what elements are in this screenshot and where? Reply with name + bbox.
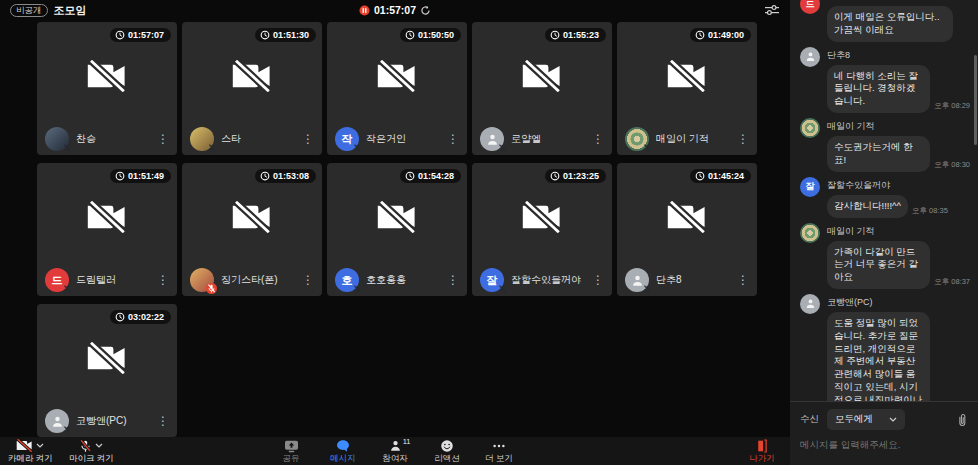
participant-tile[interactable]: 01:51:30 스타 ⋮ xyxy=(182,22,322,155)
camera-options-chevron-icon[interactable] xyxy=(36,443,44,448)
tile-timer-badge: 01:49:00 xyxy=(690,28,751,42)
person-silhouette-icon xyxy=(51,415,64,428)
mic-toggle-button[interactable]: 마이크 켜기 xyxy=(69,439,114,463)
participant-tile[interactable]: 01:53:08 징기스타(폰) ⋮ xyxy=(182,163,322,296)
chat-message-list: 드 이게 매일은 오류입니다.. 가끔씩 이래요 단추8 네 다행히 소리는 잘… xyxy=(790,0,978,401)
mic-muted-icon xyxy=(63,144,72,153)
camera-off-icon xyxy=(86,60,128,96)
reaction-button[interactable]: 리액션 xyxy=(433,439,461,463)
participant-name: 작은거인 xyxy=(366,132,406,146)
chat-timestamp: 오후 08:35 xyxy=(912,206,948,218)
chat-message: 코빵앤(PC) 도움 정말 많이 되었습니다. 추가로 질문드리면, 개인적으로… xyxy=(800,294,970,401)
avatar: 작 xyxy=(335,127,359,151)
chat-author: 매일이 기적 xyxy=(827,225,970,238)
leave-label: 나가기 xyxy=(749,453,775,463)
participant-tile[interactable]: 01:51:49 드 드림텔러 ⋮ xyxy=(37,163,177,296)
tile-timer-value: 01:23:25 xyxy=(563,171,599,181)
mic-muted-icon xyxy=(63,285,72,294)
participant-name: 매일이 기적 xyxy=(656,132,709,146)
participant-tile[interactable]: 03:02:22 코빵앤(PC) ⋮ xyxy=(37,304,177,437)
camera-toggle-button[interactable]: 카메라 켜기 xyxy=(8,439,53,463)
participant-tile[interactable]: 01:50:50 작 작은거인 ⋮ xyxy=(327,22,467,155)
tile-timer-badge: 01:54:28 xyxy=(400,169,461,183)
mic-muted-icon xyxy=(643,285,652,294)
recipient-value: 모두에게 xyxy=(835,413,873,426)
tile-menu-icon[interactable]: ⋮ xyxy=(737,274,749,286)
clock-icon xyxy=(405,171,415,181)
clock-icon xyxy=(115,312,125,322)
avatar xyxy=(625,127,649,151)
participant-tile[interactable]: 01:23:25 잘 잘할수있을꺼야 ⋮ xyxy=(472,163,612,296)
tile-menu-icon[interactable]: ⋮ xyxy=(157,133,169,145)
mic-options-chevron-icon[interactable] xyxy=(95,443,103,448)
room-title-group: 비공개 조모임 xyxy=(10,3,87,18)
chat-avatar xyxy=(800,223,820,243)
participant-tile[interactable]: 01:45:24 단추8 ⋮ xyxy=(617,163,757,296)
tile-menu-icon[interactable]: ⋮ xyxy=(157,415,169,427)
chat-footer: 수신 모두에게 xyxy=(790,401,978,465)
filter-sliders-icon[interactable] xyxy=(764,4,780,16)
avatar: 잘 xyxy=(480,268,504,292)
chat-timestamp: 오후 08:30 xyxy=(934,160,970,172)
tile-timer-value: 01:57:07 xyxy=(128,30,164,40)
chat-author: 매일이 기적 xyxy=(827,120,970,133)
chat-timestamp: 오후 08:37 xyxy=(934,277,970,289)
tile-menu-icon[interactable]: ⋮ xyxy=(447,133,459,145)
tile-timer-badge: 01:51:49 xyxy=(110,169,171,183)
privacy-badge: 비공개 xyxy=(10,4,48,17)
avatar: 호 xyxy=(335,268,359,292)
bottom-toolbar: 카메라 켜기 마이크 켜기 공유 xyxy=(0,437,790,465)
chat-timestamp: 오후 08:29 xyxy=(934,101,970,113)
attachment-paperclip-icon[interactable] xyxy=(956,413,968,427)
chat-message-input[interactable] xyxy=(800,439,968,450)
avatar-initial: 잘 xyxy=(487,273,498,288)
participant-name: 로얄엘 xyxy=(511,132,541,146)
tile-menu-icon[interactable]: ⋮ xyxy=(157,274,169,286)
more-button[interactable]: 더 보기 xyxy=(485,439,513,463)
person-silhouette-icon xyxy=(631,274,644,287)
avatar xyxy=(190,268,214,292)
participant-tile[interactable]: 01:57:07 찬승 ⋮ xyxy=(37,22,177,155)
chat-message: 매일이 기적 수도권가는거에 한표! 오후 08:30 xyxy=(800,118,970,172)
refresh-icon[interactable] xyxy=(420,5,431,16)
tile-timer-badge: 01:50:50 xyxy=(400,28,461,42)
avatar xyxy=(625,268,649,292)
recipient-select[interactable]: 모두에게 xyxy=(827,409,905,430)
camera-off-icon xyxy=(16,439,33,452)
leave-button[interactable]: 나가기 xyxy=(748,439,776,463)
person-silhouette-icon xyxy=(805,51,816,62)
tile-menu-icon[interactable]: ⋮ xyxy=(592,274,604,286)
participant-tile[interactable]: 01:49:00 매일이 기적 ⋮ xyxy=(617,22,757,155)
tile-timer-value: 01:51:49 xyxy=(128,171,164,181)
tile-menu-icon[interactable]: ⋮ xyxy=(592,133,604,145)
camera-off-icon xyxy=(231,60,273,96)
avatar xyxy=(190,127,214,151)
session-timer: 01:57:07 xyxy=(359,4,431,16)
tile-menu-icon[interactable]: ⋮ xyxy=(737,133,749,145)
tile-menu-icon[interactable]: ⋮ xyxy=(447,274,459,286)
participant-tile[interactable]: 01:55:23 로얄엘 ⋮ xyxy=(472,22,612,155)
avatar xyxy=(45,409,69,433)
chat-avatar: 잘 xyxy=(800,177,820,197)
participant-tile[interactable]: 01:54:28 호 호호홍홍 ⋮ xyxy=(327,163,467,296)
chat-bubble-icon xyxy=(336,439,350,453)
share-label: 공유 xyxy=(283,453,300,463)
tile-menu-icon[interactable]: ⋮ xyxy=(302,133,314,145)
top-bar: 비공개 조모임 01:57:07 xyxy=(0,0,790,20)
tile-timer-value: 01:49:00 xyxy=(708,30,744,40)
chat-author: 단추8 xyxy=(827,49,970,62)
participants-icon: 11 xyxy=(389,439,402,453)
clock-icon xyxy=(260,30,270,40)
smiley-icon xyxy=(440,439,454,453)
camera-off-icon xyxy=(376,201,418,237)
share-button[interactable]: 공유 xyxy=(277,439,305,463)
chat-avatar xyxy=(800,294,820,314)
participants-button[interactable]: 11 참여자 xyxy=(381,439,409,463)
message-button[interactable]: 메시지 xyxy=(329,439,357,463)
tile-timer-badge: 01:51:30 xyxy=(255,28,316,42)
chat-scrollbar[interactable] xyxy=(974,55,977,145)
tile-timer-value: 01:53:08 xyxy=(273,171,309,181)
chat-bubble-text: 이게 매일은 오류입니다.. 가끔씩 이래요 xyxy=(827,6,953,42)
tile-menu-icon[interactable]: ⋮ xyxy=(302,274,314,286)
tile-timer-value: 01:51:30 xyxy=(273,30,309,40)
